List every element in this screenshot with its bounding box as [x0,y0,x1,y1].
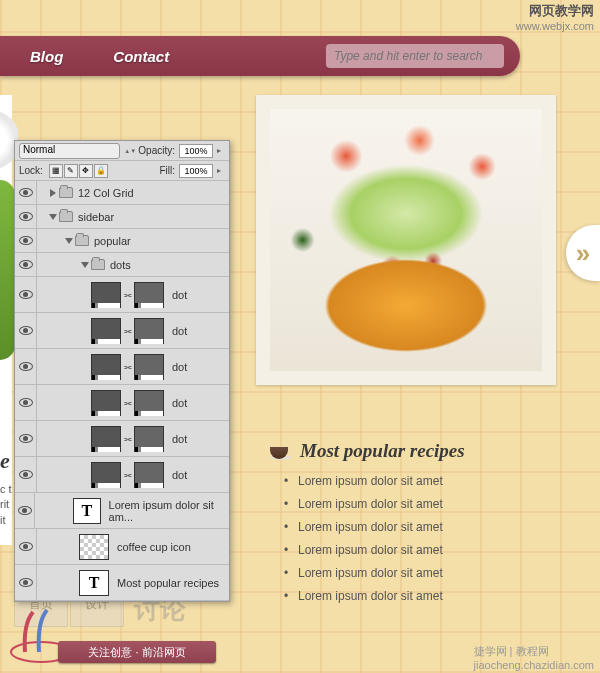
folder-icon [75,235,89,246]
opacity-label: Opacity: [138,145,175,156]
nav-contact[interactable]: Contact [113,48,169,65]
layer-row[interactable]: T Lorem ipsum dolor sit am... [15,493,229,529]
layer-row[interactable]: ⫘ dot [15,313,229,349]
stepper-icon[interactable]: ▲▼ [124,144,134,158]
lock-transparent-icon[interactable]: ▦ [49,164,63,178]
layer-row[interactable]: T Most popular recipes [15,565,229,601]
list-item[interactable]: Lorem ipsum dolor sit amet [298,566,570,580]
nav-blog[interactable]: Blog [30,48,63,65]
visibility-icon[interactable] [19,326,33,335]
folder-icon [91,259,105,270]
ribbon-banner: 关注创意 · 前沿网页 [58,641,216,663]
visibility-icon[interactable] [19,260,33,269]
layer-thumbnail [91,354,121,380]
list-item[interactable]: Lorem ipsum dolor sit amet [298,497,570,511]
layer-thumbnail [91,462,121,488]
fill-input[interactable]: 100% [179,164,213,178]
mask-thumbnail [134,462,164,488]
watermark-bottom-right: 捷学网 | 教程网 jiaocheng.chazidian.com [474,644,594,671]
disclosure-icon[interactable] [50,189,56,197]
link-icon: ⫘ [123,362,132,372]
layer-thumbnail [91,282,121,308]
popular-list: Lorem ipsum dolor sit amet Lorem ipsum d… [270,474,570,603]
chevron-down-icon[interactable]: ▸ [217,166,225,175]
visibility-icon[interactable] [19,290,33,299]
list-item[interactable]: Lorem ipsum dolor sit amet [298,474,570,488]
list-item[interactable]: Lorem ipsum dolor sit amet [298,520,570,534]
layer-row[interactable]: ⫘ dot [15,277,229,313]
list-item[interactable]: Lorem ipsum dolor sit amet [298,543,570,557]
chevron-down-icon[interactable]: ▸ [217,146,225,155]
mask-thumbnail [134,282,164,308]
visibility-icon[interactable] [19,542,33,551]
text-layer-icon: T [79,570,109,596]
layer-row[interactable]: ⫘ dot [15,457,229,493]
link-icon: ⫘ [123,326,132,336]
layer-row[interactable]: dots [15,253,229,277]
layer-thumbnail [79,534,109,560]
disclosure-icon[interactable] [81,262,89,268]
recipe-card [256,95,556,385]
mask-thumbnail [134,426,164,452]
visibility-icon[interactable] [19,398,33,407]
watermark-top-right: 网页教学网 www.webjx.com [516,2,594,32]
link-icon: ⫘ [123,470,132,480]
left-title-fragment: e [0,448,10,474]
layer-row[interactable]: ⫘ dot [15,421,229,457]
popular-recipes-section: Most popular recipes Lorem ipsum dolor s… [270,440,570,612]
folder-icon [59,187,73,198]
link-icon: ⫘ [123,290,132,300]
layer-thumbnail [91,426,121,452]
mask-thumbnail [134,318,164,344]
mask-thumbnail [134,354,164,380]
opacity-input[interactable]: 100% [179,144,213,158]
nav-bar: Blog Contact [0,36,520,76]
layer-row[interactable]: ⫘ dot [15,385,229,421]
layer-row[interactable]: ⫘ dot [15,349,229,385]
search-input[interactable] [326,44,504,68]
layer-row[interactable]: coffee cup icon [15,529,229,565]
visibility-icon[interactable] [19,578,33,587]
left-text-fragment: c t rit it [0,482,14,528]
link-icon: ⫘ [123,434,132,444]
visibility-icon[interactable] [19,362,33,371]
layers-panel: Normal ▲▼ Opacity: 100% ▸ Lock: ▦ ✎ ✥ 🔒 … [14,140,230,602]
layer-row[interactable]: 12 Col Grid [15,181,229,205]
layer-thumbnail [91,390,121,416]
visibility-icon[interactable] [19,236,33,245]
mask-thumbnail [134,390,164,416]
link-icon: ⫘ [123,398,132,408]
visibility-icon[interactable] [19,434,33,443]
layer-row[interactable]: sidebar [15,205,229,229]
lock-all-icon[interactable]: 🔒 [94,164,108,178]
chevron-right-icon: » [576,238,590,269]
list-item[interactable]: Lorem ipsum dolor sit amet [298,589,570,603]
recipe-image [270,109,542,371]
visibility-icon[interactable] [19,470,33,479]
visibility-icon[interactable] [18,506,32,515]
layer-thumbnail [91,318,121,344]
lock-label: Lock: [19,165,43,176]
coffee-cup-icon [270,442,292,460]
fill-label: Fill: [159,165,175,176]
lock-image-icon[interactable]: ✎ [64,164,78,178]
lock-position-icon[interactable]: ✥ [79,164,93,178]
recipe-image-frame [256,95,556,385]
popular-title: Most popular recipes [300,440,465,462]
disclosure-icon[interactable] [65,238,73,244]
visibility-icon[interactable] [19,212,33,221]
disclosure-icon[interactable] [49,214,57,220]
blend-mode-select[interactable]: Normal [19,143,120,159]
visibility-icon[interactable] [19,188,33,197]
folder-icon [59,211,73,222]
text-layer-icon: T [73,498,100,524]
layer-row[interactable]: popular [15,229,229,253]
